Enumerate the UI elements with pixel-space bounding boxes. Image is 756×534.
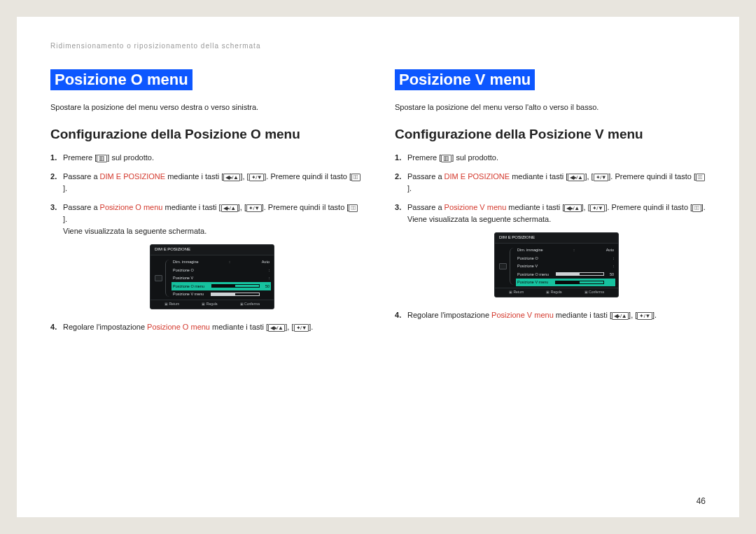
osd-row: Posizione V: bbox=[516, 262, 615, 271]
manual-page: Ridimensionamento o riposizionamento del… bbox=[17, 17, 739, 517]
osd-screenshot-left: DIM E POSIZIONE Dim. immagine: Auto Posi… bbox=[63, 244, 361, 313]
osd-side-tab bbox=[153, 258, 163, 299]
nav-target: DIM E POSIZIONE bbox=[444, 172, 510, 181]
nav-up-icon bbox=[223, 174, 240, 181]
nav-up-icon bbox=[568, 174, 584, 181]
osd-footer: ReturnRegolaConferma bbox=[150, 300, 274, 309]
column-right: Posizione V menu Spostare la posizione d… bbox=[395, 69, 706, 340]
step-3: Passare a Posizione V menu mediante i ta… bbox=[395, 202, 706, 301]
two-column-layout: Posizione O menu Spostare la posizione d… bbox=[50, 69, 706, 340]
nav-target: DIM E POSIZIONE bbox=[100, 172, 166, 181]
step-1: Premere [] sul prodotto. bbox=[50, 152, 361, 164]
enter-icon bbox=[351, 174, 360, 181]
nav-down-icon bbox=[590, 204, 606, 212]
step-3: Passare a Posizione O menu mediante i ta… bbox=[50, 202, 361, 313]
nav-up-icon bbox=[564, 204, 581, 212]
column-left: Posizione O menu Spostare la posizione d… bbox=[50, 69, 361, 340]
nav-down-icon bbox=[594, 174, 609, 181]
menu-icon bbox=[441, 155, 451, 162]
osd-row: Dim. immagine: Auto bbox=[516, 246, 615, 255]
step-4: Regolare l'impostazione Posizione V menu… bbox=[395, 309, 706, 321]
osd-title: DIM E POSIZIONE bbox=[150, 245, 274, 255]
nav-up-icon bbox=[221, 204, 238, 212]
osd-side-tab bbox=[498, 246, 507, 287]
osd-screenshot-right: DIM E POSIZIONE Dim. immagine: Auto Posi… bbox=[407, 232, 706, 301]
osd-row: Posizione V: bbox=[172, 274, 271, 283]
osd-list: Dim. immagine: Auto Posizione O: Posizio… bbox=[172, 258, 271, 299]
breadcrumb: Ridimensionamento o riposizionamento del… bbox=[50, 42, 706, 50]
enter-icon bbox=[692, 204, 701, 212]
nav-down-icon bbox=[249, 174, 265, 181]
osd-row-selected: Posizione O menu50 bbox=[172, 282, 271, 290]
osd-title: DIM E POSIZIONE bbox=[495, 233, 618, 243]
nav-target: Posizione O menu bbox=[147, 323, 210, 331]
subsection-title-left: Configurazione della Posizione O menu bbox=[50, 127, 361, 142]
osd-row: Posizione O: bbox=[516, 254, 615, 262]
nav-target: Posizione V menu bbox=[444, 203, 507, 211]
section-desc-right: Spostare la posizione del menu verso l'a… bbox=[395, 103, 706, 111]
enter-icon bbox=[349, 204, 358, 212]
step-2: Passare a DIM E POSIZIONE mediante i tas… bbox=[395, 171, 706, 195]
step-2: Passare a DIM E POSIZIONE mediante i tas… bbox=[50, 171, 361, 195]
page-number: 46 bbox=[696, 496, 706, 506]
osd-list: Dim. immagine: Auto Posizione O: Posizio… bbox=[516, 246, 615, 287]
nav-target: Posizione O menu bbox=[100, 203, 163, 211]
nav-up-icon bbox=[268, 324, 285, 332]
nav-target: Posizione V menu bbox=[491, 311, 554, 319]
enter-icon bbox=[696, 174, 705, 181]
osd-footer: ReturnRegolaConferma bbox=[495, 288, 618, 297]
osd-row-selected: Posizione V menu bbox=[516, 279, 615, 287]
osd-row: Posizione O: bbox=[172, 266, 271, 274]
osd-row: Posizione O menu50 bbox=[516, 270, 615, 279]
nav-down-icon bbox=[246, 204, 262, 212]
step-4: Regolare l'impostazione Posizione O menu… bbox=[50, 321, 361, 333]
nav-down-icon bbox=[637, 312, 652, 320]
subsection-title-right: Configurazione della Posizione V menu bbox=[395, 127, 706, 142]
steps-left: Premere [] sul prodotto. Passare a DIM E… bbox=[50, 152, 361, 333]
nav-down-icon bbox=[294, 324, 309, 332]
osd-row: Posizione V menu bbox=[172, 290, 271, 299]
section-desc-left: Spostare la posizione del menu verso des… bbox=[50, 103, 361, 111]
nav-up-icon bbox=[612, 312, 629, 320]
step-1: Premere [] sul prodotto. bbox=[395, 152, 706, 164]
menu-icon bbox=[97, 155, 107, 162]
steps-right: Premere [] sul prodotto. Passare a DIM E… bbox=[395, 152, 706, 321]
section-title-left: Posizione O menu bbox=[50, 69, 192, 90]
osd-row: Dim. immagine: Auto bbox=[172, 258, 271, 267]
section-title-right: Posizione V menu bbox=[395, 69, 535, 90]
